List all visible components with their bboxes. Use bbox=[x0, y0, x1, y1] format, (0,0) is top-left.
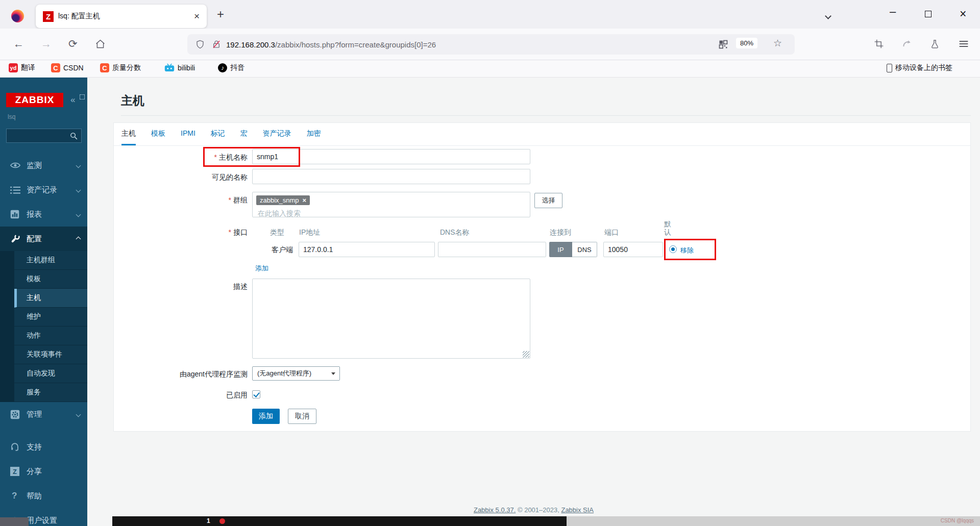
url-bar[interactable]: 192.168.200.3/zabbix/hosts.php?form=crea… bbox=[187, 34, 795, 55]
bookmark-youdao[interactable]: yd 翻译 bbox=[9, 63, 35, 72]
sidebar-item-templates[interactable]: 模板 bbox=[14, 270, 87, 289]
sidebar-item-services[interactable]: 服务 bbox=[14, 383, 87, 402]
visible-name-input[interactable] bbox=[252, 169, 530, 184]
chevron-down-icon bbox=[76, 212, 81, 217]
description-textarea[interactable] bbox=[252, 279, 530, 359]
main-content: 主机 主机 模板 IPMI 标记 宏 资产记录 加密 *主机名称 可见的名称 *… bbox=[87, 78, 980, 526]
sidebar-item-label: 资产记录 bbox=[27, 185, 57, 195]
chip-remove-icon[interactable]: × bbox=[303, 196, 307, 204]
cancel-button[interactable]: 取消 bbox=[288, 409, 316, 424]
sidebar-item-event-correlation[interactable]: 关联项事件 bbox=[14, 345, 87, 364]
sidebar-item-help[interactable]: ? 帮助 bbox=[0, 484, 87, 508]
groups-search-placeholder: 在此输入搜索 bbox=[258, 209, 301, 218]
back-icon[interactable]: ← bbox=[13, 38, 24, 50]
tab-ipmi[interactable]: IPMI bbox=[181, 129, 195, 145]
sidebar-hide-icon[interactable] bbox=[80, 94, 85, 99]
enabled-checkbox[interactable] bbox=[252, 390, 260, 398]
if-connect-toggle[interactable]: IP DNS bbox=[549, 242, 597, 257]
zoom-level-badge[interactable]: 80% bbox=[736, 38, 757, 48]
tab-encryption[interactable]: 加密 bbox=[307, 129, 321, 145]
qr-code-icon[interactable] bbox=[718, 39, 728, 49]
group-select-button[interactable]: 选择 bbox=[534, 193, 562, 208]
sidebar-search-input[interactable] bbox=[6, 129, 82, 143]
select-arrow-icon bbox=[331, 372, 335, 375]
bookmark-label: CSDN bbox=[63, 64, 84, 72]
sidebar-item-monitoring[interactable]: 监测 bbox=[0, 153, 87, 178]
tab-host[interactable]: 主机 bbox=[121, 129, 136, 145]
csdn-icon: C bbox=[51, 63, 60, 72]
reload-icon[interactable]: ⟳ bbox=[68, 38, 78, 50]
if-port-input[interactable] bbox=[603, 242, 663, 257]
agent-proxy-select[interactable]: (无agent代理程序) bbox=[252, 366, 340, 381]
tab-templates[interactable]: 模板 bbox=[151, 129, 165, 145]
forward-icon[interactable]: → bbox=[41, 38, 52, 50]
group-chip[interactable]: zabbix_snmp× bbox=[256, 195, 310, 205]
add-host-button[interactable]: 添加 bbox=[252, 409, 280, 424]
if-dns-input[interactable] bbox=[438, 242, 546, 257]
agent-proxy-label: 由agent代理程序监测 bbox=[118, 370, 248, 379]
description-label: 描述 bbox=[118, 282, 248, 291]
bookmark-csdn[interactable]: C CSDN bbox=[51, 63, 84, 72]
sidebar-item-hosts[interactable]: 主机 bbox=[14, 289, 87, 308]
list-tabs-chevron-icon[interactable] bbox=[826, 11, 830, 20]
sidebar-item-label: 管理 bbox=[27, 410, 42, 419]
home-icon[interactable] bbox=[95, 39, 106, 49]
eye-icon bbox=[10, 162, 20, 169]
window-maximize-button[interactable] bbox=[925, 11, 932, 17]
zabbix-sia-link[interactable]: Zabbix SIA bbox=[561, 506, 594, 514]
firefox-icon[interactable] bbox=[11, 10, 24, 22]
zabbix-version-link[interactable]: Zabbix 5.0.37. bbox=[474, 506, 516, 514]
connect-dns-segment[interactable]: DNS bbox=[572, 242, 597, 257]
douyin-icon: ♪ bbox=[218, 63, 227, 72]
sidebar-item-actions[interactable]: 动作 bbox=[14, 327, 87, 345]
if-ip-input[interactable] bbox=[299, 242, 435, 257]
tab-macros[interactable]: 宏 bbox=[240, 129, 248, 145]
phone-icon bbox=[887, 64, 892, 72]
tab-inventory[interactable]: 资产记录 bbox=[263, 129, 291, 145]
sidebar-item-maintenance[interactable]: 维护 bbox=[14, 308, 87, 327]
sidebar-item-label: 监测 bbox=[27, 161, 42, 170]
shield-icon[interactable] bbox=[195, 39, 205, 49]
url-path: /zabbix/hosts.php?form=create&groupids[0… bbox=[275, 40, 436, 49]
new-tab-button[interactable]: + bbox=[217, 7, 224, 21]
sidebar-collapse-icon[interactable]: « bbox=[70, 95, 75, 105]
add-interface-link[interactable]: 添加 bbox=[255, 264, 268, 273]
tab-tags[interactable]: 标记 bbox=[211, 129, 225, 145]
connect-ip-segment[interactable]: IP bbox=[549, 242, 572, 257]
if-header-port: 端口 bbox=[604, 228, 619, 237]
bookmark-douyin[interactable]: ♪ 抖音 bbox=[218, 63, 244, 72]
extension-arrow-icon[interactable] bbox=[901, 39, 913, 49]
bookmark-quality[interactable]: C 质量分数 bbox=[100, 63, 141, 72]
sidebar-item-reports[interactable]: 报表 bbox=[0, 202, 87, 227]
mobile-bookmarks[interactable]: 移动设备上的书签 bbox=[887, 63, 952, 72]
zabbix-logo[interactable]: ZABBIX bbox=[6, 93, 63, 107]
sidebar-item-discovery[interactable]: 自动发现 bbox=[14, 364, 87, 383]
extension-flask-icon[interactable] bbox=[930, 38, 940, 49]
textarea-resize-grip[interactable] bbox=[523, 351, 529, 358]
sidebar-item-configuration[interactable]: 配置 bbox=[0, 227, 87, 251]
sidebar-item-host-groups[interactable]: 主机群组 bbox=[14, 251, 87, 270]
browser-tab[interactable]: Z lsq: 配置主机 × bbox=[36, 5, 207, 28]
window-minimize-button[interactable]: – bbox=[890, 5, 896, 18]
csdn-watermark: CSDN @lqqqs bbox=[941, 518, 974, 523]
sidebar-item-support[interactable]: 支持 bbox=[0, 435, 87, 459]
sidebar-item-administration[interactable]: 管理 bbox=[0, 402, 87, 427]
sidebar-item-share[interactable]: Z 分享 bbox=[0, 459, 87, 484]
screenshot-crop-icon[interactable] bbox=[874, 39, 884, 49]
lock-insecure-icon[interactable] bbox=[212, 39, 221, 49]
search-icon[interactable] bbox=[69, 132, 78, 140]
sidebar-item-label: 支持 bbox=[27, 442, 42, 452]
url-text: 192.168.200.3/zabbix/hosts.php?form=crea… bbox=[226, 40, 436, 49]
sidebar-item-label: 报表 bbox=[27, 210, 42, 219]
header-divider bbox=[121, 115, 971, 116]
chevron-up-icon bbox=[76, 236, 81, 241]
hamburger-menu-icon[interactable] bbox=[959, 40, 969, 48]
window-close-button[interactable]: × bbox=[960, 7, 966, 21]
bookmark-bilibili[interactable]: bilibili bbox=[164, 63, 195, 72]
groups-multiselect[interactable]: zabbix_snmp× 在此输入搜索 bbox=[252, 192, 530, 217]
bookmark-star-icon[interactable]: ☆ bbox=[773, 37, 782, 49]
tab-close-icon[interactable]: × bbox=[194, 11, 200, 22]
server-name: lsq bbox=[8, 113, 15, 120]
sidebar-item-inventory[interactable]: 资产记录 bbox=[0, 178, 87, 202]
sidebar-item-label: 主机群组 bbox=[27, 256, 55, 265]
